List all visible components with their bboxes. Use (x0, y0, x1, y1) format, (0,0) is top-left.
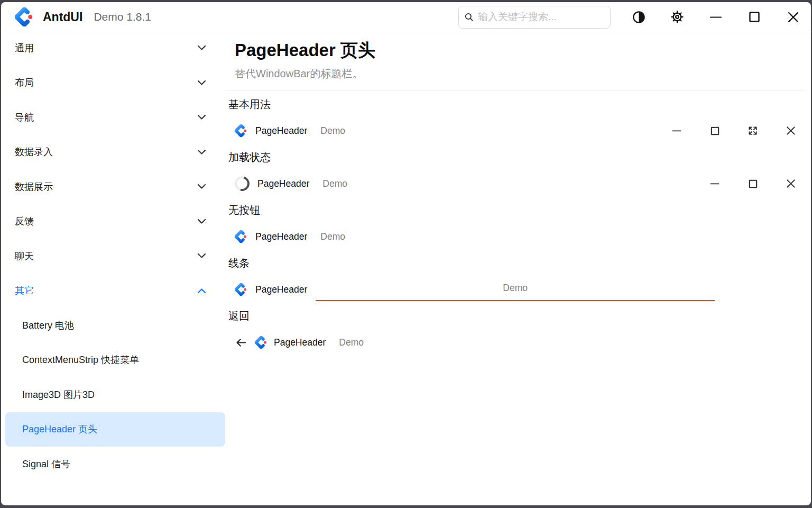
main-content: PageHeader 页头 替代WindowBar的标题栏。 基本用法 Page… (225, 33, 811, 505)
arrow-left-icon (235, 336, 247, 349)
sidebar-item-signal[interactable]: Signal 信号 (5, 447, 225, 482)
demo-subtitle: Demo (339, 337, 364, 348)
chevron-down-icon (197, 45, 206, 51)
sidebar-group-feedback[interactable]: 反馈 (1, 204, 225, 239)
search-box[interactable] (458, 6, 611, 29)
chevron-down-icon (197, 184, 206, 189)
minimize-icon (709, 11, 722, 23)
theme-toggle-button[interactable] (626, 5, 651, 29)
demo-subtitle: Demo (320, 125, 345, 137)
demo-minimize-button[interactable] (703, 172, 726, 195)
section-heading-basic: 基本用法 (225, 91, 811, 117)
sidebar-group-general[interactable]: 通用 (1, 33, 225, 66)
maximize-icon (710, 126, 720, 136)
app-window: AntdUI Demo 1.8.1 (1, 2, 811, 505)
settings-button[interactable] (665, 5, 689, 29)
page-title: PageHeader 页头 (235, 39, 802, 61)
sidebar-item-battery[interactable]: Battery 电池 (5, 308, 225, 343)
section-heading-no-buttons: 无按钮 (225, 197, 811, 223)
page-header: PageHeader 页头 替代WindowBar的标题栏。 (225, 33, 807, 91)
demo-close-button[interactable] (779, 119, 802, 142)
demo-maximize-button[interactable] (741, 172, 764, 195)
chevron-down-icon (197, 114, 206, 120)
sidebar-group-label: 聊天 (15, 250, 197, 262)
loading-spinner-icon (232, 174, 252, 194)
fullscreen-expand-icon (748, 125, 758, 136)
demo-window-buttons (688, 172, 802, 195)
pageheader-demo-back: PageHeader Demo (225, 329, 811, 356)
back-button[interactable] (235, 336, 247, 349)
section-heading-back: 返回 (225, 303, 811, 329)
app-version: Demo 1.8.1 (94, 11, 151, 23)
sidebar-group-chat[interactable]: 聊天 (1, 239, 225, 274)
sidebar-group-label: 通用 (15, 42, 197, 55)
sidebar-item-label: PageHeader 页头 (22, 423, 97, 436)
titlebar: AntdUI Demo 1.8.1 (1, 2, 811, 32)
pageheader-demo-no-buttons: PageHeader Demo (225, 223, 811, 250)
demo-subtitle: Demo (322, 178, 347, 189)
maximize-icon (748, 179, 758, 189)
demo-window-buttons (650, 119, 802, 142)
accent-underline: Demo (316, 276, 715, 301)
sidebar-item-label: ContextMenuStrip 快捷菜单 (22, 353, 139, 366)
demo-close-button[interactable] (779, 172, 802, 195)
antdui-logo-icon (255, 336, 267, 349)
sidebar-group-label: 导航 (15, 111, 197, 124)
demo-minimize-button[interactable] (665, 119, 688, 142)
antdui-logo-icon (235, 124, 247, 137)
demo-subtitle: Demo (503, 283, 528, 294)
app-name: AntdUI (43, 10, 82, 24)
chevron-down-icon (197, 253, 206, 259)
antdui-logo-icon (235, 230, 247, 243)
close-icon (787, 11, 800, 24)
demo-title: PageHeader (274, 337, 326, 348)
demo-title: PageHeader (255, 231, 307, 242)
theme-contrast-icon (632, 10, 646, 24)
sidebar-group-label: 数据录入 (15, 146, 197, 158)
antdui-logo-icon (15, 7, 34, 26)
sidebar-group-label: 反馈 (15, 215, 197, 228)
minimize-icon (710, 179, 719, 188)
pageheader-demo-loading: PageHeader Demo (225, 170, 811, 197)
demo-title: PageHeader (255, 284, 307, 295)
section-heading-loading: 加载状态 (225, 144, 811, 170)
section-heading-line: 线条 (225, 250, 811, 276)
sidebar-item-label: Signal 信号 (22, 458, 70, 470)
window-close-button[interactable] (781, 5, 805, 29)
sidebar-group-label: 布局 (15, 76, 197, 89)
demo-subtitle: Demo (320, 231, 345, 242)
search-input[interactable] (478, 11, 605, 23)
demo-title: PageHeader (257, 178, 309, 189)
antdui-logo-icon (235, 283, 247, 296)
titlebar-actions (618, 5, 805, 29)
sidebar-group-data-display[interactable]: 数据展示 (1, 169, 225, 204)
sidebar-item-contextmenustrip[interactable]: ContextMenuStrip 快捷菜单 (5, 343, 225, 378)
sidebar-group-label: 数据展示 (15, 180, 197, 193)
window-maximize-button[interactable] (742, 5, 767, 29)
demo-fullscreen-button[interactable] (741, 119, 764, 142)
sidebar: 通用 布局 导航 数据录入 数据展示 反馈 (1, 33, 225, 505)
sidebar-item-label: Image3D 图片3D (22, 388, 95, 401)
demo-maximize-button[interactable] (703, 119, 726, 142)
minimize-icon (672, 126, 681, 135)
close-icon (786, 125, 796, 136)
settings-gear-icon (670, 10, 685, 24)
pageheader-demo-basic: PageHeader Demo (225, 117, 811, 144)
sidebar-item-pageheader[interactable]: PageHeader 页头 (5, 412, 225, 447)
pageheader-demo-line: PageHeader Demo (225, 276, 811, 303)
sidebar-group-label: 其它 (15, 284, 197, 297)
sidebar-group-data-entry[interactable]: 数据录入 (1, 135, 225, 170)
chevron-down-icon (197, 80, 206, 86)
maximize-icon (748, 11, 761, 23)
sidebar-group-other[interactable]: 其它 (1, 274, 225, 309)
sidebar-group-navigation[interactable]: 导航 (1, 100, 225, 135)
demo-title: PageHeader (255, 125, 307, 137)
chevron-down-icon (197, 149, 206, 155)
sidebar-item-label: Battery 电池 (22, 319, 74, 332)
search-icon (464, 12, 474, 22)
close-icon (786, 178, 796, 189)
sidebar-item-image3d[interactable]: Image3D 图片3D (5, 377, 225, 412)
sidebar-group-layout[interactable]: 布局 (1, 66, 225, 101)
page-subtitle: 替代WindowBar的标题栏。 (235, 67, 802, 81)
window-minimize-button[interactable] (704, 5, 728, 29)
